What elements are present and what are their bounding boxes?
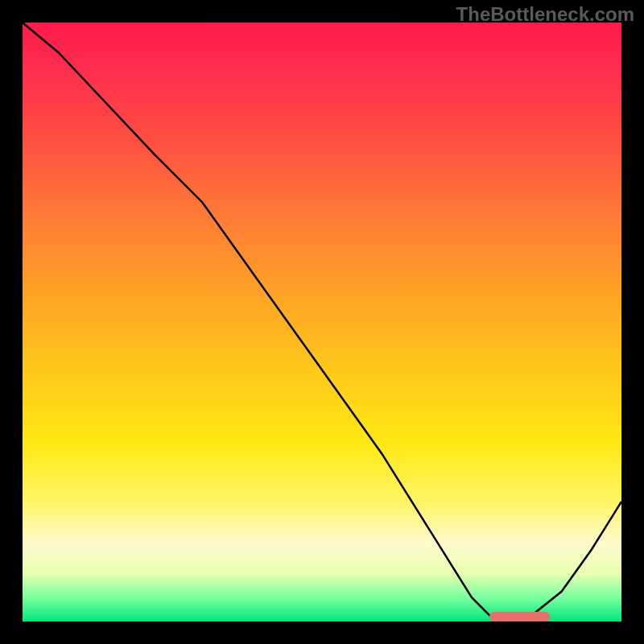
- bottleneck-curve: [23, 23, 621, 616]
- curve-layer: [23, 23, 621, 621]
- optimum-marker: [489, 612, 549, 621]
- watermark-text: TheBottleneck.com: [456, 3, 634, 26]
- plot-area: [23, 23, 621, 621]
